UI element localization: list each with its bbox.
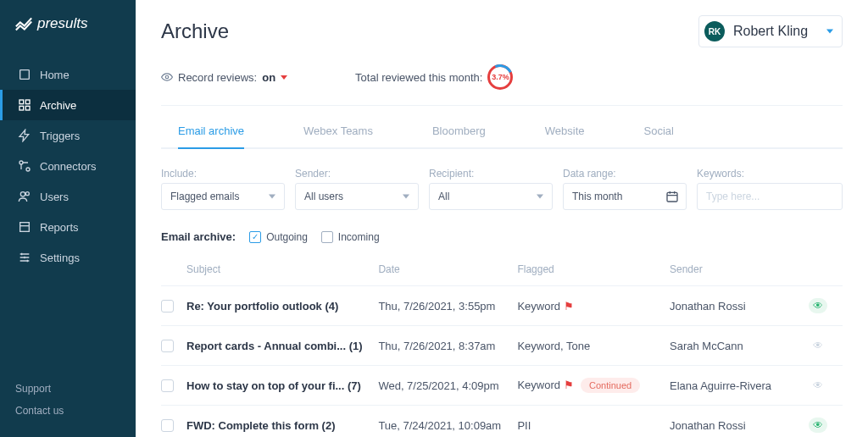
svg-point-10 [165, 75, 169, 79]
row-date: Thu, 7/26/2021, 3:55pm [378, 300, 510, 313]
col-flagged: Flagged [517, 263, 663, 275]
sidebar-item-triggers[interactable]: Triggers [0, 120, 136, 151]
brand: presults [0, 15, 136, 59]
flag-icon: ⚑ [564, 300, 574, 313]
svg-rect-1 [19, 100, 24, 104]
user-name: Robert Kling [733, 24, 808, 39]
tabs: Email archiveWebex TeamsBloombergWebsite… [161, 124, 843, 149]
nav-icon [18, 220, 31, 234]
view-icon[interactable]: 👁 [809, 418, 827, 433]
row-checkbox[interactable] [161, 340, 174, 352]
col-subject: Subject [186, 263, 371, 275]
sidebar-item-archive[interactable]: Archive [0, 90, 136, 120]
sidebar-item-label: Connectors [40, 160, 96, 173]
sidebar-item-label: Users [40, 191, 69, 203]
table-row[interactable]: How to stay on top of your fi... (7)Wed,… [161, 366, 843, 406]
archive-title: Email archive: [161, 230, 236, 243]
svg-rect-11 [667, 192, 677, 202]
nav-icon [18, 190, 31, 203]
checkbox-icon [249, 231, 261, 243]
user-menu[interactable]: RK Robert Kling [698, 15, 843, 47]
eye-icon [161, 71, 173, 83]
sidebar-item-users[interactable]: Users [0, 181, 136, 212]
row-checkbox[interactable] [161, 379, 174, 392]
sidebar-item-label: Reports [40, 221, 79, 234]
table-row[interactable]: Re: Your portfolio outlook (4)Thu, 7/26/… [161, 286, 843, 326]
svg-rect-9 [20, 223, 30, 232]
nav-icon [18, 68, 31, 81]
nav-icon [18, 159, 31, 173]
calendar-icon [665, 190, 679, 203]
filter-keywords-input[interactable] [697, 183, 843, 210]
filter-sender-select[interactable]: All users [295, 183, 419, 210]
record-reviews-value: on [262, 71, 275, 84]
col-date: Date [378, 263, 510, 275]
table-row[interactable]: FWD: Complete this form (2)Tue, 7/24/202… [161, 406, 843, 437]
svg-rect-0 [20, 70, 30, 80]
col-sender: Sender [670, 263, 802, 275]
row-subject: FWD: Complete this form (2) [186, 419, 371, 432]
filter-recipient-select[interactable]: All [429, 183, 553, 210]
row-sender: Jonathan Rossi [670, 300, 802, 313]
row-date: Wed, 7/25/2021, 4:09pm [378, 379, 510, 392]
row-checkbox[interactable] [161, 419, 174, 432]
table-row[interactable]: Report cards - Annual combi... (1)Thu, 7… [161, 326, 843, 366]
sidebar-link-support[interactable]: Support [15, 378, 120, 400]
row-sender: Elana Aguirre-Rivera [670, 379, 802, 392]
total-reviewed-label: Total reviewed this month: [355, 71, 482, 84]
filter-include-label: Include: [161, 168, 285, 180]
filter-recipient-label: Recipient: [429, 168, 553, 180]
row-subject: How to stay on top of your fi... (7) [186, 379, 371, 392]
view-icon[interactable]: 👁 [809, 338, 827, 353]
svg-rect-2 [25, 100, 30, 104]
topbar: Archive RK Robert Kling [161, 15, 843, 47]
tab-webex-teams[interactable]: Webex Teams [303, 124, 373, 149]
filter-keywords-label: Keywords: [697, 168, 843, 180]
tab-social[interactable]: Social [644, 124, 674, 149]
row-date: Tue, 7/24/2021, 10:09am [378, 419, 510, 432]
row-subject: Report cards - Annual combi... (1) [186, 340, 371, 352]
nav-icon [18, 98, 31, 112]
row-flagged: Keyword, Tone [517, 340, 663, 352]
record-reviews-toggle[interactable]: Record reviews: on [161, 71, 287, 84]
row-checkbox[interactable] [161, 300, 174, 313]
email-table: Subject Date Flagged Sender Re: Your por… [161, 257, 843, 437]
sidebar-item-connectors[interactable]: Connectors [0, 151, 136, 181]
flag-icon: ⚑ [564, 379, 574, 391]
filter-include-select[interactable]: Flagged emails [161, 183, 285, 210]
tab-bloomberg[interactable]: Bloomberg [432, 124, 486, 149]
sidebar-item-settings[interactable]: Settings [0, 242, 136, 273]
svg-point-8 [25, 192, 29, 196]
archive-direction-header: Email archive: Outgoing Incoming [161, 230, 843, 243]
svg-rect-3 [19, 106, 24, 110]
total-reviewed: Total reviewed this month: 3.7% [355, 64, 513, 90]
sidebar: presults HomeArchiveTriggersConnectorsUs… [0, 0, 136, 437]
avatar: RK [704, 21, 725, 41]
view-icon[interactable]: 👁 [809, 298, 827, 313]
filter-daterange-select[interactable]: This month [563, 183, 687, 210]
progress-value: 3.7% [492, 73, 509, 81]
sidebar-item-reports[interactable]: Reports [0, 212, 136, 242]
outgoing-checkbox[interactable]: Outgoing [249, 231, 308, 243]
sidebar-item-home[interactable]: Home [0, 59, 136, 90]
tab-email-archive[interactable]: Email archive [178, 124, 244, 149]
brand-name: presults [37, 15, 88, 32]
svg-point-7 [20, 192, 25, 196]
nav-icon [18, 251, 31, 264]
row-flagged: Keyword⚑ [517, 300, 663, 313]
incoming-checkbox[interactable]: Incoming [321, 231, 380, 243]
sidebar-item-label: Archive [40, 99, 76, 112]
svg-rect-4 [25, 106, 30, 110]
tab-website[interactable]: Website [545, 124, 585, 149]
record-reviews-label: Record reviews: [178, 71, 257, 84]
sidebar-item-label: Triggers [40, 130, 80, 142]
sidebar-item-label: Settings [40, 252, 80, 264]
sidebar-link-contact-us[interactable]: Contact us [15, 400, 120, 422]
filter-daterange-label: Data range: [563, 168, 687, 180]
progress-ring: 3.7% [487, 64, 513, 90]
main: Archive RK Robert Kling Record reviews: … [136, 0, 868, 437]
view-icon[interactable]: 👁 [809, 378, 827, 393]
sidebar-item-label: Home [40, 69, 70, 81]
row-flagged: PII [517, 419, 663, 432]
page-title: Archive [161, 19, 229, 43]
